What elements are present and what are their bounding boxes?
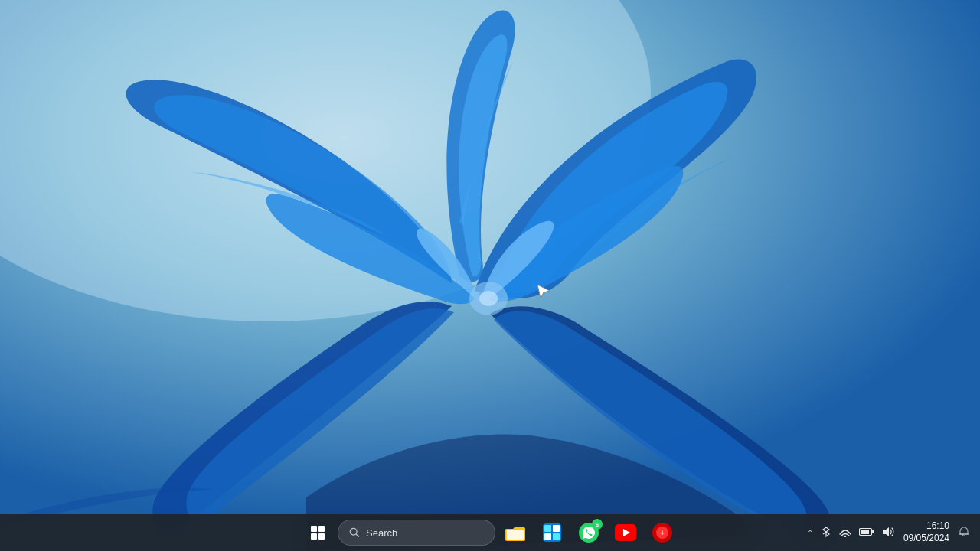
wallpaper: [0, 0, 980, 551]
svg-rect-12: [544, 533, 551, 540]
explorer-icon: [505, 522, 526, 543]
svg-marker-25: [883, 527, 889, 536]
windows-logo: [311, 526, 325, 540]
taskbar-item-youtube[interactable]: [609, 516, 642, 549]
clock-time: 16:10: [926, 520, 949, 533]
svg-text:+: +: [660, 529, 665, 537]
svg-point-21: [844, 535, 846, 536]
svg-rect-24: [872, 530, 874, 533]
taskbar: Search: [0, 514, 980, 551]
system-tray: ⌃: [805, 520, 971, 544]
system-clock[interactable]: 16:10 09/05/2024: [900, 520, 952, 544]
speaker-icon[interactable]: [880, 525, 896, 541]
search-label: Search: [366, 527, 397, 539]
whatsapp-badge: 6: [592, 519, 603, 530]
taskbar-item-app5[interactable]: +: [645, 516, 679, 549]
search-bar[interactable]: Search: [338, 520, 495, 546]
bluetooth-icon[interactable]: [819, 525, 833, 541]
svg-line-5: [356, 534, 358, 536]
svg-rect-23: [861, 530, 869, 534]
taskbar-item-store[interactable]: [535, 516, 569, 549]
battery-icon[interactable]: [858, 525, 876, 541]
network-icon[interactable]: [838, 525, 853, 541]
youtube-icon: [615, 522, 636, 543]
svg-rect-10: [544, 525, 551, 532]
search-icon: [349, 527, 360, 538]
svg-rect-13: [553, 533, 560, 540]
tray-show-hidden[interactable]: ⌃: [805, 527, 815, 539]
store-icon: [541, 522, 563, 543]
notification-icon[interactable]: [957, 525, 971, 540]
desktop: Search: [0, 0, 980, 551]
app5-icon: +: [652, 522, 673, 543]
start-button[interactable]: [301, 516, 335, 549]
svg-point-3: [479, 291, 498, 306]
svg-rect-8: [507, 530, 524, 540]
taskbar-item-whatsapp[interactable]: 6: [572, 516, 606, 549]
clock-date: 09/05/2024: [903, 533, 949, 545]
taskbar-center: Search: [301, 516, 679, 549]
svg-rect-11: [553, 525, 560, 532]
taskbar-item-explorer[interactable]: [498, 516, 532, 549]
